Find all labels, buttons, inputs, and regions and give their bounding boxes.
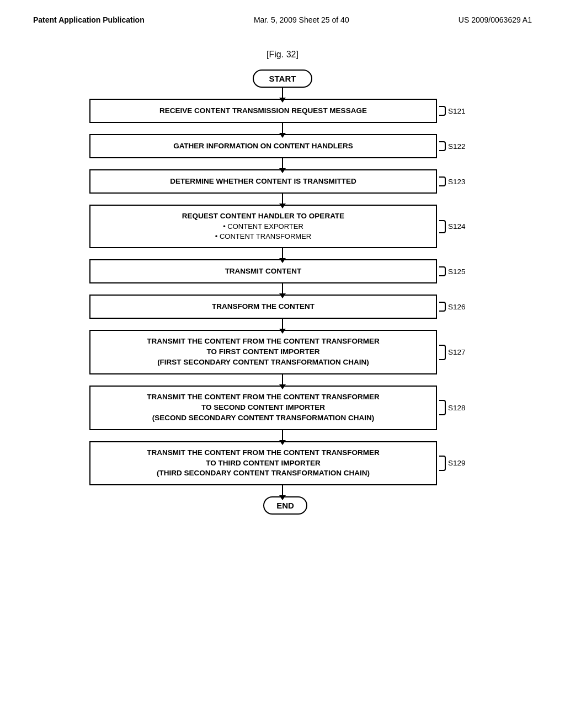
step-s128-label: S128 [437,400,476,415]
step-s128-text-line3: (SECOND SECONDARY CONTENT TRANSFORMATION… [152,413,375,424]
step-s129-id: S129 [448,459,466,467]
step-s128-row: TRANSMIT THE CONTENT FROM THE CONTENT TR… [89,386,476,430]
step-s124-text-line2: • CONTENT EXPORTER [223,222,303,232]
step-s125-id: S125 [448,267,466,276]
step-s126-id: S126 [448,303,466,311]
step-s127-text-line1: TRANSMIT THE CONTENT FROM THE CONTENT TR… [147,336,379,347]
header-date-sheet: Mar. 5, 2009 Sheet 25 of 40 [254,15,349,24]
step-s129-text-line1: TRANSMIT THE CONTENT FROM THE CONTENT TR… [147,448,379,458]
step-s123-label: S123 [437,176,476,186]
start-oval: START [253,69,313,88]
step-s128-box: TRANSMIT THE CONTENT FROM THE CONTENT TR… [89,386,437,430]
step-s125-label: S125 [437,266,476,276]
step-s121-id: S121 [448,107,466,115]
step-s124-id: S124 [448,222,466,231]
page: Patent Application Publication Mar. 5, 2… [0,0,565,728]
step-s126-text: TRANSFORM THE CONTENT [212,302,315,312]
step-s124-text-line3: • CONTENT TRANSFORMER [215,232,312,242]
step-s129-row: TRANSMIT THE CONTENT FROM THE CONTENT TR… [89,441,476,486]
header-patent-number: US 2009/0063629 A1 [459,15,532,24]
step-s124-box: REQUEST CONTENT HANDLER TO OPERATE • CON… [89,205,437,248]
step-s124-text-line1: REQUEST CONTENT HANDLER TO OPERATE [182,211,344,222]
step-s126-label: S126 [437,302,476,312]
diagram-area: [Fig. 32] START RECEIVE CONTENT TRANSMIS… [0,33,565,537]
step-s128-id: S128 [448,404,466,412]
step-s124-row: REQUEST CONTENT HANDLER TO OPERATE • CON… [89,205,476,248]
step-s127-box: TRANSMIT THE CONTENT FROM THE CONTENT TR… [89,330,437,374]
figure-label: [Fig. 32] [266,50,299,60]
step-s129-text-line2: TO THIRD CONTENT IMPORTER [206,458,321,469]
step-s127-id: S127 [448,348,466,356]
step-s127-text-line3: (FIRST SECONDARY CONTENT TRANSFORMATION … [157,357,369,368]
step-s122-text: GATHER INFORMATION ON CONTENT HANDLERS [173,141,353,152]
step-s127-text-line2: TO FIRST CONTENT IMPORTER [206,347,319,357]
step-s121-text: RECEIVE CONTENT TRANSMISSION REQUEST MES… [159,106,367,116]
step-s124-label: S124 [437,220,476,233]
step-s126-box: TRANSFORM THE CONTENT [89,295,437,319]
header-publication-label: Patent Application Publication [33,15,145,24]
step-s127-row: TRANSMIT THE CONTENT FROM THE CONTENT TR… [89,330,476,374]
step-s123-id: S123 [448,178,466,186]
step-s121-label: S121 [437,106,476,116]
step-s125-box: TRANSMIT CONTENT [89,259,437,283]
page-header: Patent Application Publication Mar. 5, 2… [0,0,565,33]
step-s128-text-line2: TO SECOND CONTENT IMPORTER [201,403,325,413]
step-s125-text: TRANSMIT CONTENT [225,266,302,277]
step-s122-box: GATHER INFORMATION ON CONTENT HANDLERS [89,134,437,158]
step-s129-text-line3: (THIRD SECONDARY CONTENT TRANSFORMATION … [157,468,370,479]
step-s128-text-line1: TRANSMIT THE CONTENT FROM THE CONTENT TR… [147,392,379,403]
step-s122-label: S122 [437,141,476,151]
step-s123-box: DETERMINE WHETHER CONTENT IS TRANSMITTED [89,169,437,194]
step-s122-id: S122 [448,142,466,151]
step-s129-box: TRANSMIT THE CONTENT FROM THE CONTENT TR… [89,441,437,486]
step-s123-text: DETERMINE WHETHER CONTENT IS TRANSMITTED [170,176,356,187]
step-s121-box: RECEIVE CONTENT TRANSMISSION REQUEST MES… [89,99,437,123]
step-s129-label: S129 [437,456,476,471]
step-s127-label: S127 [437,345,476,360]
flowchart: START RECEIVE CONTENT TRANSMISSION REQUE… [89,69,476,515]
